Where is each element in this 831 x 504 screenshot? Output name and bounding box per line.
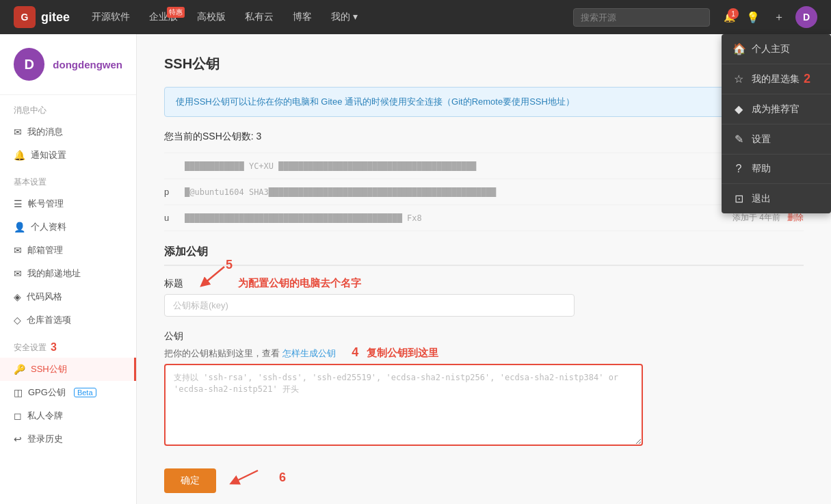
sidebar-item-account[interactable]: ☰ 帐号管理: [0, 192, 136, 215]
key-form-group: 公钥 把你的公钥粘贴到这里，查看 怎样生成公钥 4 复制公钥到这里: [164, 330, 804, 448]
recommend-icon: ◆: [733, 103, 745, 116]
annotation-3: 3: [51, 341, 57, 354]
gpg-icon: ◫: [14, 387, 23, 398]
annotation-4-label: 复制公钥到这里: [367, 347, 438, 358]
sidebar-item-repo-prefs[interactable]: ◇ 仓库首选项: [0, 308, 136, 332]
sidebar-section-messages: 消息中心: [0, 95, 136, 120]
account-icon: ☰: [14, 198, 23, 209]
annotation-5-number: 5: [226, 258, 233, 272]
sidebar-item-email-mgmt[interactable]: ✉ 邮箱管理: [0, 239, 136, 262]
plus-icon[interactable]: ＋: [771, 8, 787, 27]
nav-mine[interactable]: 我的 ▾: [323, 7, 366, 27]
dropdown-settings[interactable]: ✎ 设置: [722, 124, 831, 155]
avatar: D: [14, 48, 44, 81]
info-banner: 使用SSH公钥可以让你在你的电脑和 Gitee 通讯的时候使用安全连接（Git的…: [164, 87, 804, 117]
key-text: ████████████████████████████████████████…: [185, 213, 726, 223]
search-input[interactable]: [573, 8, 710, 27]
sidebar-item-login-history[interactable]: ↩ 登录历史: [0, 427, 136, 451]
mail-icon: ✉: [14, 268, 22, 279]
title-label: 标题: [164, 278, 183, 290]
key-meta: 添加于 4年前: [733, 212, 780, 224]
header-avatar[interactable]: D: [795, 6, 817, 28]
dropdown-starred[interactable]: ☆ 我的星选集: [722, 64, 831, 94]
annotation-2: 2: [804, 72, 810, 86]
sidebar-user: D dongdengwen: [0, 48, 136, 95]
token-icon: ◻: [14, 410, 22, 421]
header: G gitee 开源软件 企业版 特惠 高校版 私有云 博客 我的 ▾ 🔔 1 …: [0, 0, 831, 34]
nav-university[interactable]: 高校版: [189, 7, 234, 27]
sidebar-section-basic: 基本设置: [0, 167, 136, 192]
page-layout: D dongdengwen 消息中心 ✉ 我的消息 🔔 通知设置 基本设置 ☰ …: [0, 34, 831, 504]
sidebar-item-ssh-key[interactable]: 🔑 SSH公钥: [0, 358, 136, 381]
sidebar: D dongdengwen 消息中心 ✉ 我的消息 🔔 通知设置 基本设置 ☰ …: [0, 34, 137, 504]
sidebar-section-security: 安全设置 3: [0, 332, 136, 358]
logo-text: gitee: [41, 10, 70, 25]
dropdown-home-label: 个人主页: [752, 43, 790, 55]
dropdown-help[interactable]: ? 帮助: [722, 155, 831, 184]
sidebar-item-mail-address[interactable]: ✉ 我的邮递地址: [0, 262, 136, 285]
logo[interactable]: G gitee: [14, 6, 70, 28]
delete-key-button[interactable]: 删除: [787, 212, 804, 224]
key-hint: 把你的公钥粘贴到这里，查看 怎样生成公钥 4 复制公钥到这里: [164, 345, 804, 360]
sidebar-username[interactable]: dongdengwen: [53, 59, 122, 70]
dropdown-starred-label: 我的星选集: [752, 73, 800, 85]
sidebar-item-code-style[interactable]: ◈ 代码风格: [0, 285, 136, 308]
key-text: █@ubuntu1604 SHA3███████████████████████…: [185, 187, 749, 197]
submit-button[interactable]: 确定: [164, 468, 216, 493]
key-label: 公钥: [164, 330, 183, 343]
annotation-6-number: 6: [279, 470, 286, 485]
help-icon: ?: [733, 163, 745, 175]
nav-enterprise[interactable]: 企业版 特惠: [141, 7, 186, 27]
header-nav: 开源软件 企业版 特惠 高校版 私有云 博客 我的 ▾: [83, 7, 559, 27]
email-icon: ✉: [14, 245, 22, 256]
code-icon: ◈: [14, 291, 21, 302]
page-title: SSH公钥: [164, 55, 804, 73]
key-text: ████████████ YC+XU █████████████████████…: [185, 161, 749, 171]
ssh-count: 您当前的SSH公钥数: 3: [164, 131, 804, 143]
history-icon: ↩: [14, 434, 22, 445]
sidebar-item-personal-token[interactable]: ◻ 私人令牌: [0, 404, 136, 427]
dropdown-help-label: 帮助: [752, 163, 771, 175]
sidebar-item-gpg-key[interactable]: ◫ GPG公钥 Beta: [0, 381, 136, 404]
message-icon: ✉: [14, 127, 22, 137]
dropdown-settings-label: 设置: [752, 133, 771, 146]
key-icon: 🔑: [14, 364, 25, 375]
profile-icon: 👤: [14, 222, 25, 233]
nav-opensource[interactable]: 开源软件: [83, 7, 138, 27]
repo-icon: ◇: [14, 315, 21, 326]
bulb-icon[interactable]: 💡: [743, 8, 763, 27]
sidebar-item-my-messages[interactable]: ✉ 我的消息: [0, 120, 136, 144]
add-key-title: 添加公钥: [164, 245, 804, 266]
nav-blog[interactable]: 博客: [285, 7, 320, 27]
table-row: ████████████ YC+XU █████████████████████…: [164, 152, 804, 179]
key-list: ████████████ YC+XU █████████████████████…: [164, 152, 804, 231]
key-title-input[interactable]: [164, 294, 575, 317]
header-actions: 🔔 1 💡 ＋ D: [724, 6, 817, 28]
dropdown-logout[interactable]: ⊡ 退出: [722, 184, 831, 213]
key-textarea[interactable]: [164, 364, 643, 446]
key-hint-link[interactable]: 怎样生成公钥: [282, 348, 336, 358]
annotation-6-arrow: [227, 467, 261, 488]
home-icon: 🏠: [733, 42, 745, 55]
special-badge: 特惠: [167, 7, 185, 18]
submit-area: 确定 6: [164, 462, 804, 493]
settings-icon: ✎: [733, 133, 745, 146]
table-row: p █@ubuntu1604 SHA3█████████████████████…: [164, 179, 804, 205]
nav-private-cloud[interactable]: 私有云: [237, 7, 282, 27]
annotation-4-number: 4: [352, 345, 358, 359]
gpg-badge: Beta: [74, 388, 96, 397]
dropdown-logout-label: 退出: [752, 193, 771, 205]
notification-bell[interactable]: 🔔 1: [724, 12, 735, 23]
header-search: [573, 8, 710, 27]
bell-badge: 1: [728, 8, 739, 19]
table-row: u ██████████████████████████████████████…: [164, 205, 804, 231]
dropdown-home[interactable]: 🏠 个人主页: [722, 34, 831, 64]
dropdown-recommend-label: 成为推荐官: [752, 103, 800, 116]
star-icon: ☆: [733, 72, 745, 85]
sidebar-item-notification-settings[interactable]: 🔔 通知设置: [0, 144, 136, 167]
sidebar-item-profile[interactable]: 👤 个人资料: [0, 215, 136, 239]
annotation-5-arrow: [190, 263, 231, 291]
notification-icon: 🔔: [14, 150, 25, 161]
logo-icon: G: [14, 6, 36, 28]
dropdown-recommend[interactable]: ◆ 成为推荐官: [722, 94, 831, 124]
